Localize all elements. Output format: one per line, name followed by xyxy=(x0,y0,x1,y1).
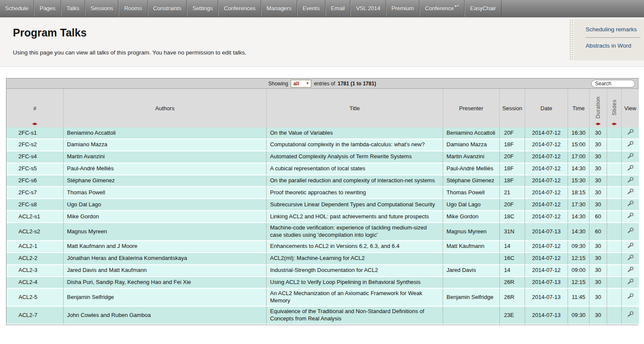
column-header-duration[interactable]: Duration◀▶ xyxy=(589,89,607,127)
cell-duration: 30 xyxy=(589,187,607,199)
cell-presenter: Paul-André Melliès xyxy=(443,163,500,175)
column-label: Duration xyxy=(595,97,601,118)
cell-slides xyxy=(607,277,622,289)
cell-authors: Disha Puri, Sandip Ray, Kecheng Hao and … xyxy=(64,277,267,289)
cell-time: 15:00 xyxy=(568,139,589,151)
nav-item-talks[interactable]: Talks xyxy=(61,0,85,17)
nav-item-email[interactable]: Email xyxy=(325,0,351,17)
cell-duration: 30 xyxy=(589,277,607,289)
nav-item-rooms[interactable]: Rooms xyxy=(118,0,147,17)
cell-session: 20F xyxy=(500,151,525,163)
nav-item-vsl-2014[interactable]: VSL 2014 xyxy=(350,0,386,17)
cell-time: 09:00 xyxy=(568,265,589,277)
table-row: ACL2-1Matt Kaufmann and J MooreEnhanceme… xyxy=(6,241,639,253)
nav-item-sessions[interactable]: Sessions xyxy=(85,0,119,17)
cell-slides xyxy=(607,223,622,241)
cell-slides xyxy=(607,307,622,325)
nav-item-managers[interactable]: Managers xyxy=(261,0,297,17)
cell-date: 2014-07-13 xyxy=(525,307,568,325)
nav-item-settings[interactable]: Settings xyxy=(187,0,218,17)
nav-item-constraints[interactable]: Constraints xyxy=(148,0,187,17)
cell-slides xyxy=(607,139,622,151)
cell-title: A cubical representation of local states xyxy=(267,163,443,175)
cell-time: 17:30 xyxy=(568,199,589,211)
magnifier-icon[interactable] xyxy=(627,165,634,173)
top-navigation: SchedulePagesTalksSessionsRoomsConstrain… xyxy=(0,0,644,17)
magnifier-icon[interactable] xyxy=(627,242,634,251)
magnifier-icon[interactable] xyxy=(627,311,634,320)
table-row: 2FC-s6Stéphane GimenezOn the parallel re… xyxy=(6,175,639,187)
magnifier-icon[interactable] xyxy=(627,200,634,209)
view-cell xyxy=(622,289,639,307)
cell-date: 2014-07-13 xyxy=(525,223,568,241)
cell-duration: 30 xyxy=(589,307,607,325)
cell-date: 2014-07-12 xyxy=(525,163,568,175)
magnifier-icon[interactable] xyxy=(627,212,634,221)
entries-per-page-select[interactable]: all ▼ xyxy=(291,80,311,88)
nav-item-label: Conference xyxy=(425,5,454,12)
magnifier-icon[interactable] xyxy=(627,188,634,197)
cell-time: 14:30 xyxy=(568,163,589,175)
cell-slides xyxy=(607,265,622,277)
cell-presenter: Jared Davis xyxy=(443,265,500,277)
cell-slides xyxy=(607,175,622,187)
cell-session: 31N xyxy=(500,223,525,241)
cell-session: 18F xyxy=(500,139,525,151)
page-header: Program Talks Using this page you can vi… xyxy=(0,18,644,67)
view-cell xyxy=(622,187,639,199)
cell-date: 2014-07-13 xyxy=(525,289,568,307)
cell-title: Equivalence of the Traditional and Non-S… xyxy=(267,307,443,325)
magnifier-icon[interactable] xyxy=(627,293,634,302)
magnifier-icon[interactable] xyxy=(627,278,634,287)
cell-session: 18F xyxy=(500,175,525,187)
cell-authors: Beniamino Accattoli xyxy=(64,127,267,139)
view-cell xyxy=(622,241,639,253)
cell-authors: Jared Davis and Matt Kaufmann xyxy=(64,265,267,277)
cell-date: 2014-07-12 xyxy=(525,127,568,139)
nav-item-premium[interactable]: Premium xyxy=(386,0,419,17)
magnifier-icon[interactable] xyxy=(627,266,634,275)
cell-id: 2FC-s7 xyxy=(6,187,64,199)
sort-arrows-icon[interactable]: ◀▶ xyxy=(595,122,601,126)
nav-item-events[interactable]: Events xyxy=(297,0,325,17)
view-cell xyxy=(622,175,639,187)
magnifier-icon[interactable] xyxy=(627,227,634,236)
column-label: Authors xyxy=(155,105,175,112)
nav-item-schedule[interactable]: Schedule xyxy=(0,0,34,17)
column-header-slides[interactable]: Slides◀▶ xyxy=(607,89,622,127)
view-cell xyxy=(622,139,639,151)
cell-title: Proof theoretic approaches to rewriting xyxy=(267,187,443,199)
cell-duration: 30 xyxy=(589,175,607,187)
scheduling-remarks-link[interactable]: Scheduling remarks xyxy=(586,25,644,33)
sort-arrows-icon[interactable]: ◀▶ xyxy=(32,122,37,126)
search-input[interactable] xyxy=(591,80,635,88)
magnifier-icon[interactable] xyxy=(627,141,634,149)
cell-authors: Martin Avanzini xyxy=(64,151,267,163)
nav-item-conference[interactable]: Conference↩ xyxy=(419,0,465,17)
page-title: Program Talks xyxy=(0,18,644,39)
nav-item-conferences[interactable]: Conferences xyxy=(218,0,261,17)
cell-id: 2FC-s6 xyxy=(6,175,64,187)
cell-presenter xyxy=(443,277,500,289)
abstracts-in-word-link[interactable]: Abstracts in Word xyxy=(586,42,644,50)
nav-item-pages[interactable]: Pages xyxy=(34,0,61,17)
sort-arrows-icon[interactable]: ◀▶ xyxy=(611,122,617,126)
cell-id: 2FC-s2 xyxy=(6,139,64,151)
cell-time: 09:30 xyxy=(568,307,589,325)
cell-presenter: Mike Gordon xyxy=(443,211,500,223)
cell-time: 11:45 xyxy=(568,289,589,307)
magnifier-icon[interactable] xyxy=(627,153,634,161)
magnifier-icon[interactable] xyxy=(627,129,634,137)
nav-item-easychair[interactable]: EasyChair xyxy=(465,0,501,17)
column-header-[interactable]: #◀▶ xyxy=(6,89,64,127)
nav-item-label: EasyChair xyxy=(470,5,496,12)
magnifier-icon[interactable] xyxy=(627,254,634,263)
cell-id: ACL2-5 xyxy=(6,289,64,307)
column-label: Date xyxy=(541,105,552,112)
cell-id: ACL2-1 xyxy=(6,241,64,253)
cell-duration: 30 xyxy=(589,139,607,151)
cell-authors: Paul-André Melliès xyxy=(64,163,267,175)
nav-item-label: Constraints xyxy=(153,5,182,12)
cell-id: ACL2-7 xyxy=(6,307,64,325)
magnifier-icon[interactable] xyxy=(627,177,634,185)
